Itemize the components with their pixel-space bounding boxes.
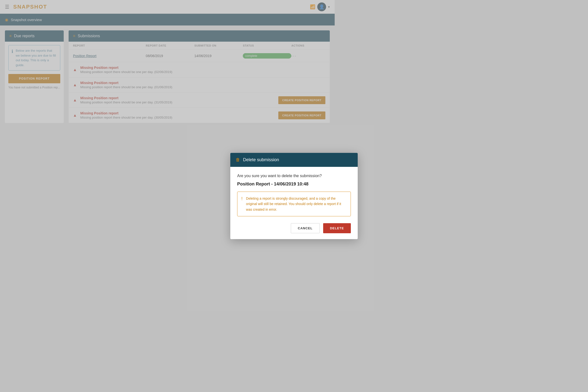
modal-submission-name: Position Report - 14/06/2019 10:48 — [237, 182, 335, 187]
modal-body: Are you sure you want to delete the subm… — [230, 167, 335, 220]
modal-warning-box: ! Deleting a report is strongly discoura… — [237, 192, 335, 216]
trash-icon: 🗑 — [236, 157, 240, 162]
modal-header: 🗑 Delete submission — [230, 153, 335, 167]
modal-title: Delete submission — [243, 157, 279, 162]
modal-warning-icon: ! — [241, 196, 242, 202]
modal-warning-text: Deleting a report is strongly discourage… — [246, 196, 335, 212]
modal-question: Are you sure you want to delete the subm… — [237, 174, 335, 178]
modal-overlay: 🗑 Delete submission Are you sure you wan… — [0, 0, 335, 220]
delete-submission-modal: 🗑 Delete submission Are you sure you wan… — [230, 153, 335, 220]
